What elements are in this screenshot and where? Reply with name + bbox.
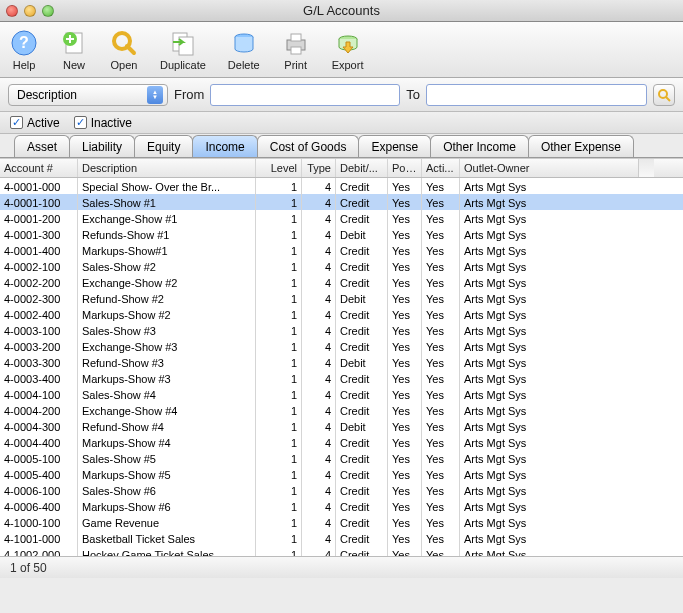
table-row[interactable]: 4-0003-400Markups-Show #314CreditYesYesA… — [0, 370, 683, 386]
print-button[interactable]: Print — [282, 29, 310, 71]
cell-level: 1 — [256, 434, 302, 450]
table-row[interactable]: 4-0006-100Sales-Show #614CreditYesYesArt… — [0, 482, 683, 498]
col-account[interactable]: Account # — [0, 159, 78, 177]
cell-type: 4 — [302, 482, 336, 498]
from-input[interactable] — [210, 84, 400, 106]
table-row[interactable]: 4-0003-300Refund-Show #314DebitYesYesArt… — [0, 354, 683, 370]
table-row[interactable]: 4-0001-300Refunds-Show #114DebitYesYesAr… — [0, 226, 683, 242]
help-button[interactable]: ? Help — [10, 29, 38, 71]
inactive-checkbox[interactable]: ✓ Inactive — [74, 116, 132, 130]
cell-acct: 4-0002-300 — [0, 290, 78, 306]
table-row[interactable]: 4-0006-400Markups-Show #614CreditYesYesA… — [0, 498, 683, 514]
close-icon[interactable] — [6, 5, 18, 17]
tab-asset[interactable]: Asset — [14, 135, 70, 157]
col-description[interactable]: Description — [78, 159, 256, 177]
cell-posted: Yes — [388, 434, 422, 450]
search-button[interactable] — [653, 84, 675, 106]
to-label: To — [406, 87, 420, 102]
cell-desc: Hockey Game Ticket Sales — [78, 546, 256, 556]
cell-active: Yes — [422, 418, 460, 434]
cell-dc: Credit — [336, 322, 388, 338]
table-row[interactable]: 4-0003-200Exchange-Show #314CreditYesYes… — [0, 338, 683, 354]
new-button[interactable]: New — [60, 29, 88, 71]
cell-level: 1 — [256, 178, 302, 194]
cell-desc: Markups-Show #4 — [78, 434, 256, 450]
tab-equity[interactable]: Equity — [134, 135, 193, 157]
grid-rows[interactable]: 4-0001-000Special Show- Over the Br...14… — [0, 178, 683, 556]
table-row[interactable]: 4-0001-000Special Show- Over the Br...14… — [0, 178, 683, 194]
open-label: Open — [111, 59, 138, 71]
table-row[interactable]: 4-1000-100Game Revenue14CreditYesYesArts… — [0, 514, 683, 530]
tab-income[interactable]: Income — [192, 135, 257, 157]
tab-expense[interactable]: Expense — [358, 135, 431, 157]
cell-level: 1 — [256, 418, 302, 434]
tab-cost-of-goods[interactable]: Cost of Goods — [257, 135, 360, 157]
cell-desc: Game Revenue — [78, 514, 256, 530]
export-button[interactable]: Export — [332, 29, 364, 71]
tab-other-expense[interactable]: Other Expense — [528, 135, 634, 157]
table-row[interactable]: 4-0004-100Sales-Show #414CreditYesYesArt… — [0, 386, 683, 402]
col-type[interactable]: Type — [302, 159, 336, 177]
tab-liability[interactable]: Liability — [69, 135, 135, 157]
table-row[interactable]: 4-0002-200Exchange-Show #214CreditYesYes… — [0, 274, 683, 290]
minimize-icon[interactable] — [24, 5, 36, 17]
search-field-select[interactable]: Description ▲▼ — [8, 84, 168, 106]
cell-type: 4 — [302, 498, 336, 514]
table-row[interactable]: 4-0005-100Sales-Show #514CreditYesYesArt… — [0, 450, 683, 466]
zoom-icon[interactable] — [42, 5, 54, 17]
cell-type: 4 — [302, 514, 336, 530]
cell-dc: Credit — [336, 386, 388, 402]
print-label: Print — [284, 59, 307, 71]
table-row[interactable]: 4-0004-400Markups-Show #414CreditYesYesA… — [0, 434, 683, 450]
cell-owner: Arts Mgt Sys — [460, 370, 638, 386]
cell-active: Yes — [422, 530, 460, 546]
print-icon — [282, 29, 310, 57]
active-checkbox[interactable]: ✓ Active — [10, 116, 60, 130]
table-row[interactable]: 4-0002-400Markups-Show #214CreditYesYesA… — [0, 306, 683, 322]
cell-acct: 4-0006-100 — [0, 482, 78, 498]
table-row[interactable]: 4-0002-100Sales-Show #214CreditYesYesArt… — [0, 258, 683, 274]
table-row[interactable]: 4-1002-000Hockey Game Ticket Sales14Cred… — [0, 546, 683, 556]
cell-posted: Yes — [388, 546, 422, 556]
active-label: Active — [27, 116, 60, 130]
tab-other-income[interactable]: Other Income — [430, 135, 529, 157]
toolbar: ? Help New Open Duplicate Delete Print E… — [0, 22, 683, 78]
table-row[interactable]: 4-0003-100Sales-Show #314CreditYesYesArt… — [0, 322, 683, 338]
cell-type: 4 — [302, 194, 336, 210]
open-button[interactable]: Open — [110, 29, 138, 71]
cell-posted: Yes — [388, 226, 422, 242]
duplicate-button[interactable]: Duplicate — [160, 29, 206, 71]
cell-owner: Arts Mgt Sys — [460, 322, 638, 338]
cell-desc: Markups-Show#1 — [78, 242, 256, 258]
table-row[interactable]: 4-0004-300Refund-Show #414DebitYesYesArt… — [0, 418, 683, 434]
table-row[interactable]: 4-0002-300Refund-Show #214DebitYesYesArt… — [0, 290, 683, 306]
grid-header: Account # Description Level Type Debit/.… — [0, 159, 683, 178]
cell-dc: Credit — [336, 402, 388, 418]
col-debit-credit[interactable]: Debit/... — [336, 159, 388, 177]
cell-dc: Credit — [336, 274, 388, 290]
table-row[interactable]: 4-0005-400Markups-Show #514CreditYesYesA… — [0, 466, 683, 482]
table-row[interactable]: 4-0001-200Exchange-Show #114CreditYesYes… — [0, 210, 683, 226]
table-row[interactable]: 4-0001-400Markups-Show#114CreditYesYesAr… — [0, 242, 683, 258]
col-posted[interactable]: Pos... — [388, 159, 422, 177]
cell-level: 1 — [256, 290, 302, 306]
cell-posted: Yes — [388, 178, 422, 194]
table-row[interactable]: 4-0001-100Sales-Show #114CreditYesYesArt… — [0, 194, 683, 210]
cell-level: 1 — [256, 450, 302, 466]
table-row[interactable]: 4-1001-000Basketball Ticket Sales14Credi… — [0, 530, 683, 546]
cell-type: 4 — [302, 338, 336, 354]
cell-dc: Credit — [336, 450, 388, 466]
col-active[interactable]: Acti... — [422, 159, 460, 177]
table-row[interactable]: 4-0004-200Exchange-Show #414CreditYesYes… — [0, 402, 683, 418]
search-icon — [657, 88, 671, 102]
cell-dc: Credit — [336, 370, 388, 386]
cell-posted: Yes — [388, 354, 422, 370]
from-label: From — [174, 87, 204, 102]
col-level[interactable]: Level — [256, 159, 302, 177]
cell-level: 1 — [256, 194, 302, 210]
to-input[interactable] — [426, 84, 647, 106]
delete-button[interactable]: Delete — [228, 29, 260, 71]
cell-acct: 4-0006-400 — [0, 498, 78, 514]
col-owner[interactable]: Outlet-Owner — [460, 159, 638, 177]
cell-desc: Refund-Show #3 — [78, 354, 256, 370]
